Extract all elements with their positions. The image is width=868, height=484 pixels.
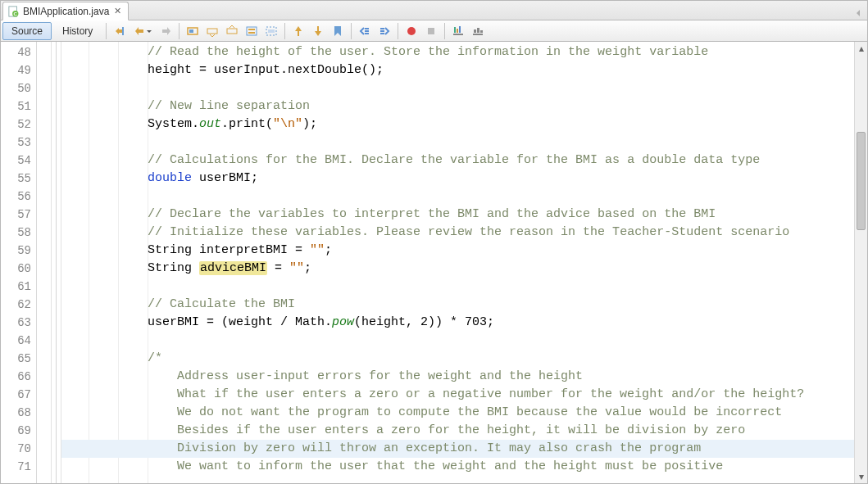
svg-text:C: C — [14, 11, 18, 16]
svg-rect-23 — [457, 29, 458, 33]
line-number: 59 — [1, 242, 36, 260]
code-line[interactable] — [66, 79, 854, 97]
comment-icon[interactable] — [449, 22, 467, 40]
code-line[interactable]: // Calculate the BMI — [66, 296, 854, 314]
line-number: 53 — [1, 133, 36, 152]
line-number: 68 — [1, 404, 36, 422]
toolbar-separator — [284, 23, 285, 39]
svg-rect-8 — [247, 27, 257, 35]
svg-rect-14 — [365, 30, 369, 32]
svg-rect-17 — [380, 30, 384, 32]
svg-rect-16 — [380, 28, 384, 29]
svg-rect-9 — [248, 29, 255, 30]
source-view-button[interactable]: Source — [2, 22, 52, 40]
line-number: 52 — [1, 115, 36, 133]
line-number: 49 — [1, 61, 36, 79]
file-tab-label: BMIApplication.java — [23, 6, 109, 17]
scroll-up-icon[interactable]: ▴ — [855, 42, 867, 55]
editor-tabbar: C BMIApplication.java ✕ — [1, 1, 867, 20]
tab-scroll-left-icon[interactable] — [852, 7, 866, 20]
toggle-bookmark-button-icon[interactable] — [329, 22, 347, 40]
code-line[interactable]: // New line separation — [66, 97, 854, 115]
previous-bookmark-icon[interactable] — [289, 22, 307, 40]
line-number: 55 — [1, 170, 36, 188]
next-bookmark-icon[interactable] — [309, 22, 327, 40]
code-line[interactable]: // Calculations for the BMI. Declare the… — [66, 152, 854, 170]
navigate-forward-icon[interactable] — [157, 22, 175, 40]
code-line[interactable]: String adviceBMI = ""; — [66, 260, 854, 278]
line-number: 71 — [1, 458, 36, 476]
code-line[interactable]: System.out.print("\n"); — [66, 115, 854, 133]
toolbar-separator — [179, 23, 180, 39]
line-number: 66 — [1, 368, 36, 386]
svg-rect-3 — [122, 27, 124, 35]
close-tab-icon[interactable]: ✕ — [112, 6, 123, 16]
code-line[interactable]: userBMI = (weight / Math.pow(height, 2))… — [66, 314, 854, 332]
toolbar-separator — [444, 23, 445, 39]
code-line[interactable]: /* — [66, 350, 854, 368]
code-editor[interactable]: 4849505152535455565758596061626364656667… — [1, 42, 867, 483]
code-line[interactable]: Address user-input errors for the weight… — [66, 368, 854, 386]
svg-rect-25 — [473, 34, 483, 35]
code-line[interactable]: We want to inform the user that the weig… — [66, 458, 854, 476]
navigate-back-icon[interactable] — [130, 22, 155, 40]
code-line[interactable]: height = userInput.nextDouble(); — [66, 61, 854, 79]
scrollbar-thumb[interactable] — [857, 132, 866, 230]
line-number: 50 — [1, 79, 36, 97]
svg-point-19 — [407, 27, 416, 35]
svg-rect-13 — [365, 28, 369, 29]
history-view-button[interactable]: History — [53, 22, 102, 40]
code-line[interactable]: double userBMI; — [66, 170, 854, 188]
line-number: 69 — [1, 422, 36, 440]
code-line[interactable]: String interpretBMI = ""; — [66, 242, 854, 260]
uncomment-icon[interactable] — [469, 22, 487, 40]
code-line[interactable] — [66, 188, 854, 206]
line-number: 51 — [1, 97, 36, 115]
toolbar-separator — [351, 23, 352, 39]
find-previous-icon[interactable] — [203, 22, 221, 40]
toggle-bookmark-icon[interactable] — [262, 22, 280, 40]
last-edit-icon[interactable] — [111, 22, 129, 40]
file-tab[interactable]: C BMIApplication.java ✕ — [2, 2, 129, 20]
toggle-highlight-icon[interactable] — [243, 22, 261, 40]
code-line[interactable]: What if the user enters a zero or a nega… — [66, 386, 854, 404]
svg-rect-20 — [428, 28, 434, 34]
line-number: 61 — [1, 278, 36, 296]
line-number: 58 — [1, 224, 36, 242]
code-line[interactable]: Besides if the user enters a zero for th… — [66, 422, 854, 440]
code-line[interactable]: // Read the height of the user. Store th… — [66, 43, 854, 61]
code-line[interactable]: // Initialize these variables. Please re… — [66, 224, 854, 242]
svg-rect-28 — [480, 30, 483, 33]
toolbar-separator — [398, 23, 398, 39]
fold-margin — [52, 42, 61, 483]
svg-rect-6 — [207, 29, 217, 34]
scroll-down-icon[interactable]: ▾ — [855, 470, 867, 483]
code-line[interactable]: // Declare the variables to interpret th… — [66, 206, 854, 224]
code-area[interactable]: // Read the height of the user. Store th… — [61, 42, 854, 483]
line-number-gutter: 4849505152535455565758596061626364656667… — [1, 42, 37, 483]
svg-rect-12 — [268, 29, 275, 33]
svg-rect-22 — [454, 27, 456, 33]
start-macro-icon[interactable] — [402, 22, 420, 40]
stop-macro-icon[interactable] — [422, 22, 440, 40]
svg-rect-27 — [477, 28, 479, 33]
code-line[interactable] — [66, 332, 854, 350]
line-number: 64 — [1, 332, 36, 350]
line-number: 54 — [1, 152, 36, 170]
vertical-scrollbar[interactable]: ▴ ▾ — [854, 42, 867, 483]
editor-toolbar: Source History — [1, 20, 867, 42]
line-number: 60 — [1, 260, 36, 278]
code-line[interactable]: Division by zero will throw an exception… — [66, 440, 854, 458]
svg-rect-24 — [459, 26, 461, 33]
line-number: 67 — [1, 386, 36, 404]
code-line[interactable]: We do not want the program to compute th… — [66, 404, 854, 422]
code-line[interactable] — [66, 133, 854, 152]
find-selection-icon[interactable] — [184, 22, 202, 40]
shift-left-icon[interactable] — [356, 22, 374, 40]
code-line[interactable] — [66, 278, 854, 296]
line-number: 48 — [1, 43, 36, 61]
line-number: 62 — [1, 296, 36, 314]
shift-right-icon[interactable] — [375, 22, 393, 40]
svg-rect-7 — [227, 29, 237, 34]
find-next-icon[interactable] — [223, 22, 241, 40]
